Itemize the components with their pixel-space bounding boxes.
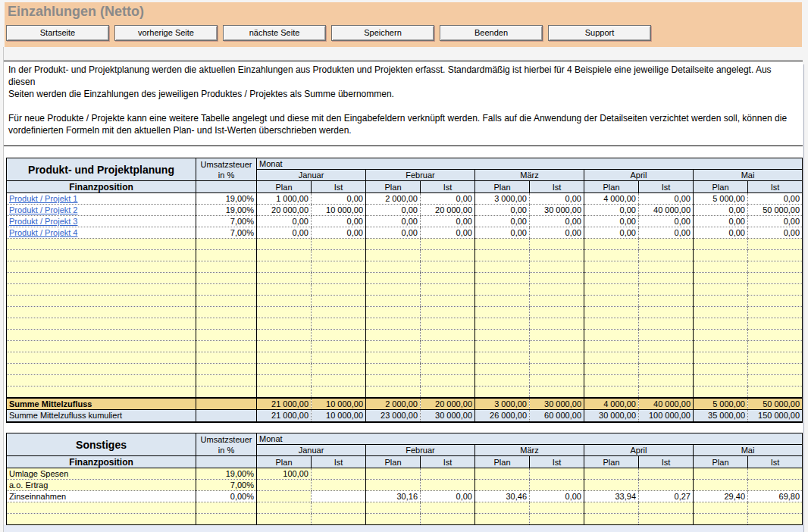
value-cell[interactable] — [639, 330, 694, 341]
value-cell[interactable] — [312, 307, 366, 318]
value-cell[interactable]: 50 000,00 — [748, 398, 803, 410]
value-cell[interactable] — [366, 296, 421, 307]
value-cell[interactable] — [421, 330, 475, 341]
value-cell[interactable] — [748, 250, 803, 261]
value-cell[interactable] — [530, 502, 584, 514]
value-cell[interactable] — [475, 468, 530, 480]
vat-cell[interactable]: 7,00% — [196, 227, 257, 239]
value-cell[interactable] — [475, 480, 530, 491]
value-cell[interactable]: 0,00 — [639, 216, 694, 227]
value-cell[interactable] — [421, 261, 475, 273]
value-cell[interactable] — [748, 502, 803, 514]
value-cell[interactable] — [530, 468, 584, 480]
value-cell[interactable]: 0,00 — [257, 216, 312, 227]
value-cell[interactable] — [748, 514, 803, 525]
value-cell[interactable] — [584, 307, 639, 318]
value-cell[interactable]: 0,00 — [639, 193, 694, 205]
value-cell[interactable] — [366, 273, 421, 284]
value-cell[interactable] — [748, 273, 803, 284]
value-cell[interactable] — [421, 514, 475, 525]
value-cell[interactable] — [312, 273, 366, 284]
value-cell[interactable] — [257, 514, 312, 525]
value-cell[interactable] — [257, 364, 312, 375]
value-cell[interactable] — [530, 307, 584, 318]
value-cell[interactable] — [257, 352, 312, 364]
value-cell[interactable] — [584, 480, 639, 491]
value-cell[interactable] — [694, 261, 748, 273]
vat-cell[interactable] — [196, 261, 257, 273]
value-cell[interactable]: 0,00 — [694, 216, 748, 227]
value-cell[interactable] — [694, 250, 748, 261]
vat-cell[interactable] — [196, 250, 257, 261]
value-cell[interactable] — [694, 318, 748, 330]
value-cell[interactable] — [257, 386, 312, 398]
row-label-cell[interactable] — [7, 364, 196, 375]
value-cell[interactable] — [639, 386, 694, 398]
value-cell[interactable] — [530, 284, 584, 296]
value-cell[interactable]: 35 000,00 — [694, 410, 748, 422]
value-cell[interactable] — [366, 284, 421, 296]
value-cell[interactable] — [748, 261, 803, 273]
vat-cell[interactable] — [196, 375, 257, 386]
value-cell[interactable]: 0,00 — [366, 205, 421, 216]
vat-cell[interactable] — [196, 514, 257, 525]
value-cell[interactable] — [366, 514, 421, 525]
value-cell[interactable] — [421, 480, 475, 491]
value-cell[interactable] — [530, 273, 584, 284]
value-cell[interactable] — [530, 250, 584, 261]
value-cell[interactable] — [584, 284, 639, 296]
value-cell[interactable]: 20 000,00 — [421, 398, 475, 410]
value-cell[interactable]: 30,16 — [366, 491, 421, 502]
value-cell[interactable] — [257, 375, 312, 386]
value-cell[interactable] — [584, 330, 639, 341]
value-cell[interactable] — [475, 284, 530, 296]
value-cell[interactable] — [421, 502, 475, 514]
value-cell[interactable] — [312, 330, 366, 341]
value-cell[interactable] — [639, 284, 694, 296]
value-cell[interactable] — [694, 468, 748, 480]
value-cell[interactable] — [694, 480, 748, 491]
value-cell[interactable]: 0,00 — [748, 193, 803, 205]
value-cell[interactable]: 0,00 — [366, 227, 421, 239]
value-cell[interactable] — [421, 284, 475, 296]
value-cell[interactable]: 0,00 — [475, 216, 530, 227]
value-cell[interactable] — [694, 386, 748, 398]
value-cell[interactable]: 29,40 — [694, 491, 748, 502]
value-cell[interactable]: 40 000,00 — [639, 205, 694, 216]
value-cell[interactable]: 0,00 — [475, 205, 530, 216]
value-cell[interactable] — [366, 341, 421, 352]
value-cell[interactable] — [257, 273, 312, 284]
value-cell[interactable]: 30 000,00 — [530, 205, 584, 216]
value-cell[interactable] — [257, 491, 312, 502]
value-cell[interactable] — [694, 375, 748, 386]
value-cell[interactable]: 0,00 — [694, 227, 748, 239]
project-link[interactable]: Produkt / Projekt 3 — [9, 217, 78, 226]
vat-cell[interactable]: 19,00% — [196, 205, 257, 216]
beenden-button[interactable]: Beenden — [440, 25, 543, 41]
value-cell[interactable]: 20 000,00 — [421, 205, 475, 216]
value-cell[interactable] — [421, 273, 475, 284]
value-cell[interactable] — [748, 330, 803, 341]
value-cell[interactable] — [694, 330, 748, 341]
row-label-cell[interactable] — [7, 386, 196, 398]
value-cell[interactable]: 30,46 — [475, 491, 530, 502]
value-cell[interactable] — [748, 318, 803, 330]
value-cell[interactable] — [694, 273, 748, 284]
value-cell[interactable]: 0,00 — [530, 216, 584, 227]
vat-cell[interactable]: 0,00% — [196, 491, 257, 502]
value-cell[interactable]: 60 000,00 — [530, 410, 584, 422]
value-cell[interactable]: 21 000,00 — [257, 398, 312, 410]
naechste-seite-button[interactable]: nächste Seite — [223, 25, 326, 41]
value-cell[interactable] — [475, 341, 530, 352]
value-cell[interactable] — [257, 284, 312, 296]
value-cell[interactable]: 100 000,00 — [639, 410, 694, 422]
value-cell[interactable]: 0,00 — [530, 193, 584, 205]
value-cell[interactable] — [257, 341, 312, 352]
value-cell[interactable]: 4 000,00 — [584, 193, 639, 205]
value-cell[interactable] — [312, 284, 366, 296]
value-cell[interactable] — [530, 386, 584, 398]
value-cell[interactable] — [639, 364, 694, 375]
value-cell[interactable] — [694, 352, 748, 364]
value-cell[interactable] — [312, 250, 366, 261]
value-cell[interactable] — [421, 250, 475, 261]
